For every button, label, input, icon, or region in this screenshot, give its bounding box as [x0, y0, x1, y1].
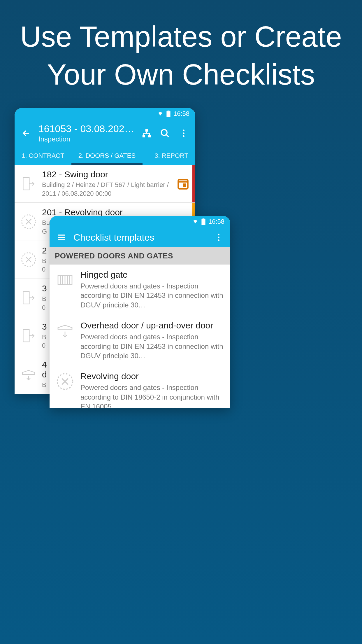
- svg-rect-17: [203, 218, 205, 219]
- template-title: Revolving door: [80, 371, 225, 381]
- wifi-icon: [192, 219, 198, 224]
- x-circle-icon: [55, 371, 75, 392]
- battery-icon: [201, 218, 205, 225]
- wifi-icon: [157, 111, 164, 116]
- svg-point-6: [183, 130, 184, 131]
- more-button[interactable]: [177, 127, 190, 140]
- status-bar: 16:58: [15, 108, 195, 120]
- door-icon: [20, 327, 37, 344]
- more-button[interactable]: [212, 231, 225, 244]
- template-title: Overhead door / up-and-over door: [80, 321, 225, 330]
- svg-point-7: [183, 132, 184, 134]
- section-header: POWERED DOORS AND GATES: [50, 247, 230, 265]
- app-bar-title: 161053 - 03.08.202…: [38, 123, 134, 134]
- x-circle-icon: [20, 213, 37, 230]
- svg-rect-11: [183, 183, 186, 187]
- overhead-icon: [20, 366, 37, 383]
- app-bar-subtitle: Inspection: [38, 135, 134, 143]
- svg-rect-0: [166, 111, 170, 117]
- svg-rect-16: [201, 219, 205, 225]
- template-sub: Powered doors and gates - Inspection acc…: [80, 281, 225, 310]
- status-time: 16:58: [208, 218, 224, 225]
- template-item[interactable]: Overhead door / up-and-over door Powered…: [50, 315, 230, 366]
- status-bar: 16:58: [50, 216, 230, 228]
- gate-icon: [55, 270, 75, 290]
- app-bar: 161053 - 03.08.202… Inspection: [15, 120, 195, 147]
- hero-title: Use Templates or Create Your Own Checkli…: [0, 0, 362, 93]
- status-time: 16:58: [173, 110, 189, 118]
- calendar-icon: [177, 177, 190, 190]
- tabs: 1. CONTRACT 2. DOORS / GATES 3. REPORT: [15, 147, 195, 165]
- hierarchy-button[interactable]: [140, 127, 153, 140]
- svg-rect-2: [145, 129, 148, 132]
- door-icon: [20, 289, 37, 307]
- tab-report[interactable]: 3. REPORT: [147, 147, 195, 165]
- app-bar: Checklist templates: [50, 228, 230, 247]
- svg-point-8: [183, 135, 184, 137]
- tab-doors[interactable]: 2. DOORS / GATES: [71, 147, 143, 165]
- template-sub: Powered doors and gates - Inspection acc…: [80, 332, 225, 360]
- template-title: Hinged gate: [80, 270, 225, 280]
- svg-rect-1: [168, 111, 170, 111]
- template-sub: Powered doors and gates - Inspection acc…: [80, 383, 225, 408]
- svg-point-5: [161, 130, 167, 135]
- template-item[interactable]: Revolving door Powered doors and gates -…: [50, 366, 230, 408]
- templates-list: Hinged gate Powered doors and gates - In…: [50, 265, 230, 408]
- tab-contract[interactable]: 1. CONTRACT: [15, 147, 71, 165]
- svg-rect-14: [23, 292, 29, 304]
- search-button[interactable]: [159, 127, 171, 140]
- list-title: 182 - Swing door: [42, 169, 172, 179]
- svg-point-19: [218, 237, 219, 238]
- x-circle-icon: [20, 251, 37, 268]
- overhead-icon: [55, 321, 75, 341]
- svg-rect-4: [148, 135, 151, 137]
- svg-rect-9: [23, 178, 29, 190]
- svg-rect-3: [142, 135, 145, 137]
- app-bar-title: Checklist templates: [73, 232, 206, 243]
- door-icon: [20, 175, 37, 192]
- menu-button[interactable]: [55, 231, 68, 244]
- svg-point-18: [218, 234, 219, 235]
- svg-point-20: [218, 239, 219, 241]
- status-bar-color: [192, 165, 195, 202]
- templates-screen: 16:58 Checklist templates POWERED DOORS …: [50, 216, 230, 408]
- list-item[interactable]: 182 - Swing door Building 2 / Heinze / D…: [15, 165, 195, 203]
- back-button[interactable]: [20, 127, 33, 140]
- battery-icon: [166, 111, 171, 117]
- svg-rect-15: [23, 330, 29, 342]
- template-item[interactable]: Hinged gate Powered doors and gates - In…: [50, 265, 230, 315]
- list-sub: Building 2 / Heinze / DFT 567 / Light ba…: [42, 181, 172, 198]
